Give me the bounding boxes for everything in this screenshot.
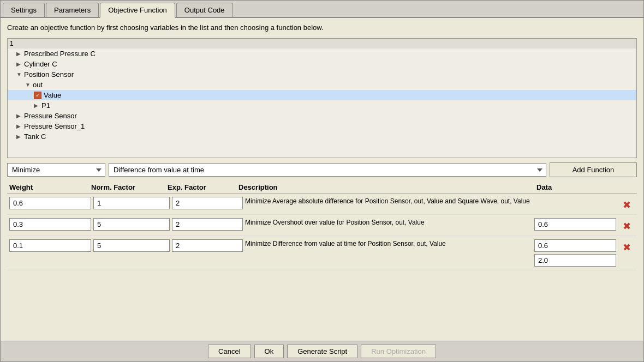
generate-script-button[interactable]: Generate Script [287,345,357,358]
row-description-2: Minimize Difference from value at time f… [245,239,532,249]
cancel-button[interactable]: Cancel [208,345,251,358]
tree-item-label: Position Sensor [24,70,74,79]
function-bar: MinimizeMaximize Difference from value a… [7,162,637,177]
tree-item-label: Prescribed Pressure C [24,50,96,58]
tree-item-label: Value [44,91,61,99]
data-input-2-0[interactable] [534,239,616,252]
col-description: Description [238,183,536,191]
table-row: Minimize Overshoot over value for Positi… [7,215,637,236]
table-header: Weight Norm. Factor Exp. Factor Descript… [7,182,637,194]
main-window: SettingsParametersObjective FunctionOutp… [0,0,644,362]
tree-arrow-icon: ▶ [34,102,39,108]
tab-objective-function[interactable]: Objective Function [100,3,175,18]
tree-item-3[interactable]: ▼out [8,80,636,90]
tab-output-code[interactable]: Output Code [176,3,233,17]
data-col-1 [534,218,616,231]
bottom-bar: Cancel Ok Generate Script Run Optimizati… [1,341,643,361]
tree-arrow-icon: ▶ [16,113,22,119]
tree-item-8[interactable]: ▶Tank C [8,131,636,142]
col-exp-factor: Exp. Factor [168,183,238,191]
norm-factor-input-0[interactable] [93,197,170,209]
exp-factor-input-2[interactable] [172,239,243,252]
tree-item-label: Tank C [24,132,46,141]
description-text: Create an objective function by first ch… [7,23,637,32]
row-description-1: Minimize Overshoot over value for Positi… [245,218,532,227]
main-content: Create an objective function by first ch… [1,18,643,341]
weight-input-0[interactable] [9,197,91,209]
tab-bar: SettingsParametersObjective FunctionOutp… [1,1,643,18]
exp-factor-input-0[interactable] [172,197,243,209]
minimize-dropdown[interactable]: MinimizeMaximize [7,163,105,177]
weight-input-1[interactable] [9,218,91,231]
tab-parameters[interactable]: Parameters [46,3,99,17]
delete-row-button-1[interactable]: ✖ [618,218,635,232]
col-weight: Weight [9,183,91,191]
table-section: Weight Norm. Factor Exp. Factor Descript… [7,182,637,335]
tree-arrow-icon: ▶ [16,134,22,140]
delete-row-button-0[interactable]: ✖ [618,197,635,211]
col-data: Data [536,183,618,191]
tree-checkbox[interactable]: ✓ [34,92,41,99]
tree-item-label: Cylinder C [24,60,57,68]
table-row: Minimize Difference from value at time f… [7,236,637,270]
tree-item-2[interactable]: ▼Position Sensor [8,69,636,80]
weight-input-2[interactable] [9,239,91,252]
tree-item-4[interactable]: ✓Value [8,90,636,100]
delete-row-button-2[interactable]: ✖ [618,239,635,254]
tree-arrow-icon: ▼ [25,82,31,88]
norm-factor-input-2[interactable] [93,239,170,252]
tree-item-label: Pressure Sensor_1 [24,122,85,130]
function-dropdown[interactable]: Difference from value at timeAverage abs… [109,163,546,177]
tree-item-5[interactable]: ▶P1 [8,100,636,111]
row-description-0: Minimize Average absolute difference for… [245,197,532,206]
add-function-button[interactable]: Add Function [550,162,637,177]
tree-item-label: P1 [41,101,50,110]
tree-item-6[interactable]: ▶Pressure Sensor [8,111,636,121]
tree-item-0[interactable]: ▶Prescribed Pressure C [8,49,636,59]
tree-arrow-icon: ▶ [16,61,22,67]
data-input-2-1[interactable] [534,254,616,267]
table-row: Minimize Average absolute difference for… [7,194,637,215]
data-input-1-0[interactable] [534,218,616,231]
tree-arrow-icon: ▶ [16,123,22,129]
data-col-2 [534,239,616,267]
tree-item-1[interactable]: ▶Cylinder C [8,59,636,69]
tree-arrow-icon: ▶ [16,51,22,57]
norm-factor-input-1[interactable] [93,218,170,231]
ok-button[interactable]: Ok [254,345,284,358]
tree-item-label: Pressure Sensor [24,112,77,120]
tree-item-label: out [33,81,43,89]
col-norm-factor: Norm. Factor [91,183,168,191]
tree-row-number: 1 [8,39,636,49]
exp-factor-input-1[interactable] [172,218,243,231]
tree-arrow-icon: ▼ [16,71,22,77]
table-rows: Minimize Average absolute difference for… [7,194,637,270]
tab-settings[interactable]: Settings [3,3,45,17]
tree-item-7[interactable]: ▶Pressure Sensor_1 [8,121,636,131]
run-optimization-button[interactable]: Run Optimization [361,345,436,358]
tree-container[interactable]: 1▶Prescribed Pressure C▶Cylinder C▼Posit… [7,38,637,158]
